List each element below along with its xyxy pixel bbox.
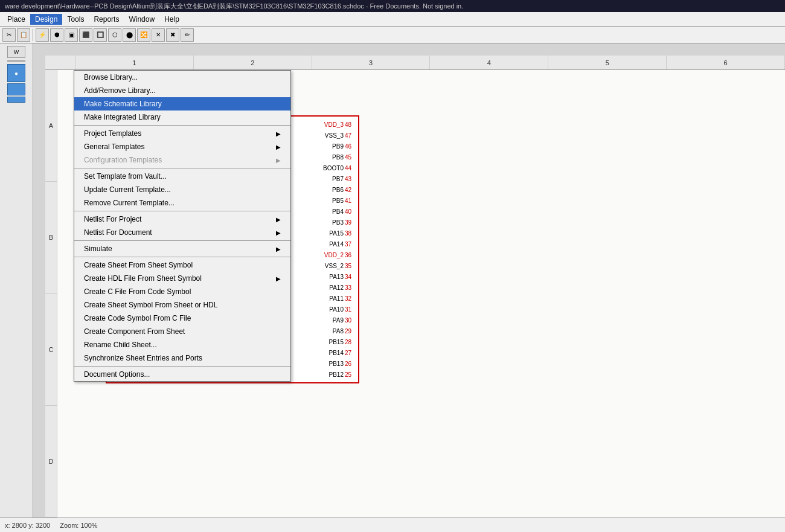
pin-29-name: PA8 — [333, 328, 344, 335]
menu-create-hdl-from-symbol[interactable]: Create HDL File From Sheet Symbol ▶ — [74, 272, 290, 285]
menu-help[interactable]: Help — [159, 14, 184, 25]
toolbar-btn-7[interactable]: 🔲 — [94, 28, 107, 42]
menu-add-remove-library[interactable]: Add/Remove Library... — [74, 84, 290, 97]
pin-25-name: PB12 — [329, 371, 344, 378]
toolbar-btn-3[interactable]: ⚡ — [36, 28, 49, 42]
toolbar-btn-10[interactable]: 🔀 — [137, 28, 150, 42]
menu-reports[interactable]: Reports — [89, 14, 124, 25]
menu-netlist-document[interactable]: Netlist For Document ▶ — [74, 226, 290, 239]
pin-29-num: 29 — [345, 328, 356, 335]
toolbar-btn-4[interactable]: ⬢ — [50, 28, 63, 42]
pin-26-num: 26 — [345, 361, 356, 367]
menu-arrow-12: ▶ — [276, 246, 281, 252]
toolbar-btn-cross[interactable]: ✖ — [166, 28, 179, 42]
menu-window[interactable]: Window — [124, 14, 159, 25]
menu-config-templates[interactable]: Configuration Templates ▶ — [74, 153, 290, 167]
menu-sep-3 — [74, 211, 290, 211]
pin-27-num: 27 — [345, 350, 356, 356]
menu-bar: Place Design Tools Reports Window Help — [0, 12, 785, 27]
col-6: 6 — [667, 56, 785, 69]
pin-37-num: 37 — [345, 241, 356, 248]
menu-tools[interactable]: Tools — [62, 14, 89, 25]
pin-43-name: PB7 — [332, 176, 344, 182]
pin-41: PB5 41 — [332, 195, 356, 206]
toolbar-btn-6[interactable]: ⬛ — [79, 28, 92, 42]
pin-41-name: PB5 — [332, 197, 344, 204]
pin-25-num: 25 — [345, 371, 356, 378]
menu-make-integrated-library[interactable]: Make Integrated Library — [74, 111, 290, 124]
toolbar-btn-5[interactable]: ▣ — [65, 28, 78, 42]
left-btn-4[interactable] — [7, 97, 25, 103]
menu-sep-2 — [74, 168, 290, 168]
pin-41-num: 41 — [345, 197, 356, 204]
toolbar-btn-1[interactable]: ✂ — [2, 28, 16, 42]
pin-38: PA15 38 — [329, 228, 356, 239]
canvas-area[interactable]: 1 2 3 4 5 6 A B C D — [33, 43, 785, 518]
pin-40-num: 40 — [345, 208, 356, 215]
menu-general-templates[interactable]: General Templates ▶ — [74, 140, 290, 153]
pin-46-num: 46 — [345, 143, 356, 150]
left-btn-3[interactable] — [7, 83, 25, 95]
left-sep — [7, 60, 25, 62]
menu-create-code-symbol[interactable]: Create Code Symbol From C File — [74, 312, 290, 325]
pin-46: PB9 46 — [332, 141, 356, 152]
pin-42: PB6 42 — [332, 184, 356, 195]
pin-44-num: 44 — [345, 165, 356, 171]
menu-place[interactable]: Place — [2, 14, 30, 25]
left-btn-2[interactable]: ● — [7, 64, 25, 82]
menu-arrow-10: ▶ — [276, 216, 281, 223]
pin-44-name: BOOT0 — [323, 165, 344, 171]
toolbar: ✂ 📋 ⚡ ⬢ ▣ ⬛ 🔲 ⬡ ⬤ 🔀 ✕ ✖ ✏ — [0, 27, 785, 43]
pin-33: PA12 33 — [329, 282, 356, 293]
pin-45: PB8 45 — [332, 152, 356, 162]
toolbar-btn-9[interactable]: ⬤ — [123, 28, 136, 42]
pin-32-num: 32 — [345, 295, 356, 302]
menu-synchronize-sheet[interactable]: Synchronize Sheet Entries and Ports — [74, 351, 290, 365]
pin-34-name: PA13 — [329, 274, 344, 280]
pin-35-num: 35 — [345, 263, 356, 269]
pin-36: VDD_2 36 — [324, 249, 356, 260]
pin-48-num: 48 — [345, 121, 356, 128]
row-labels: A B C D — [45, 70, 57, 518]
left-btn-1[interactable]: W — [7, 46, 25, 58]
row-a: A — [45, 70, 57, 182]
pin-30-num: 30 — [345, 317, 356, 324]
menu-make-schematic-library[interactable]: Make Schematic Library — [74, 97, 290, 111]
row-d: D — [45, 406, 57, 518]
menu-create-c-from-code[interactable]: Create C File From Code Symbol — [74, 285, 290, 298]
pin-30: PA9 30 — [333, 315, 356, 325]
menu-project-templates[interactable]: Project Templates ▶ — [74, 127, 290, 140]
pin-28: PB15 28 — [329, 336, 356, 347]
menu-document-options[interactable]: Document Options... — [74, 368, 290, 381]
pin-45-num: 45 — [345, 154, 356, 161]
pin-26-name: PB13 — [329, 361, 344, 367]
col-1: 1 — [75, 56, 194, 69]
toolbar-sep-1 — [33, 29, 33, 41]
menu-remove-template[interactable]: Remove Current Template... — [74, 196, 290, 210]
pin-33-name: PA12 — [329, 284, 344, 291]
menu-browse-library[interactable]: Browse Library... — [74, 71, 290, 84]
menu-set-template-vault[interactable]: Set Template from Vault... — [74, 170, 290, 183]
grid-corner — [45, 56, 75, 69]
title-bar: ware development\Hardware--PCB Design\Al… — [0, 0, 785, 12]
menu-create-sheet-symbol[interactable]: Create Sheet Symbol From Sheet or HDL — [74, 298, 290, 312]
pin-44: BOOT0 44 — [323, 162, 356, 173]
menu-rename-child-sheet[interactable]: Rename Child Sheet... — [74, 338, 290, 351]
menu-netlist-project[interactable]: Netlist For Project ▶ — [74, 213, 290, 226]
pin-35-name: VSS_2 — [325, 263, 344, 269]
menu-simulate[interactable]: Simulate ▶ — [74, 242, 290, 255]
menu-create-sheet-from-symbol[interactable]: Create Sheet From Sheet Symbol — [74, 258, 290, 272]
grid-header: 1 2 3 4 5 6 — [45, 56, 785, 70]
toolbar-btn-pencil[interactable]: ✏ — [181, 28, 194, 42]
menu-arrow-14: ▶ — [276, 275, 281, 282]
pin-42-name: PB6 — [332, 187, 344, 193]
menu-design[interactable]: Design — [30, 14, 62, 25]
menu-update-template[interactable]: Update Current Template... — [74, 183, 290, 196]
menu-create-component-from-sheet[interactable]: Create Component From Sheet — [74, 325, 290, 338]
pin-26: PB13 26 — [329, 358, 356, 369]
toolbar-btn-x[interactable]: ✕ — [152, 28, 165, 42]
toolbar-btn-2[interactable]: 📋 — [17, 28, 30, 42]
pin-27: PB14 27 — [329, 347, 356, 358]
toolbar-btn-8[interactable]: ⬡ — [108, 28, 121, 42]
col-4: 4 — [430, 56, 548, 69]
